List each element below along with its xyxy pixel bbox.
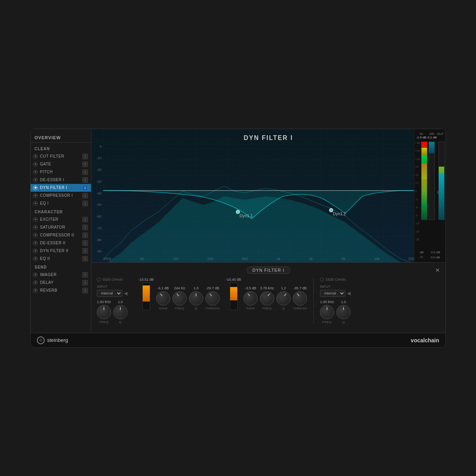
gr-label: GR [427,132,437,136]
input-select-right[interactable]: Internal [320,290,345,297]
sidebar-item-cut-filter[interactable]: CUT FILTERS [31,153,91,160]
freq-value-left: 1.00 kHz [97,300,111,304]
sidebar-item-imager[interactable]: IMAGERS [31,271,91,279]
solo-button[interactable]: S [82,177,88,183]
sidebar-item-de-esser-ii[interactable]: DE-ESSER IIS [31,239,91,247]
gain2-knob[interactable] [243,291,258,305]
item-dot [33,193,38,198]
q-knob-group-right: 1.0 Q [336,300,351,324]
gain-knob2-group: -3.5 dB GAIN [243,286,258,310]
fader2-fill [230,287,237,300]
fader2-track[interactable] [230,283,238,310]
thresh1-value: -29.7 dB [206,286,219,290]
freq-knob-left[interactable] [97,305,111,319]
gain2-value: -3.5 dB [245,286,256,290]
sidebar-item-gate[interactable]: GATES [31,160,91,168]
eq-curve-svg: Dyn1.1 Dyn1.2 [103,129,414,262]
gr-value: -0.1 dB [427,136,437,139]
freq-knob-right[interactable] [320,305,334,319]
plugin-window: OVERVIEW CLEANCUT FILTERSGATESPITCHSDE-E… [30,129,446,348]
solo-button[interactable]: S [82,162,88,167]
sidebar-item-label: PITCH [40,170,82,174]
sidebar-item-eq-i[interactable]: EQ IS [31,200,91,207]
solo-button[interactable]: S [82,233,88,238]
sidebar-item-pitch[interactable]: PITCHS [31,168,91,176]
sidebar-item-label: COMPRESSOR I [40,193,82,198]
solo-button[interactable]: S [82,272,88,278]
sidebar-item-compressor-ii[interactable]: COMPRESSOR IIS [31,231,91,239]
freq1-knob[interactable] [173,291,187,305]
sidebar-item-eq-ii[interactable]: EQ IIS [31,255,91,263]
gain1-knob[interactable] [156,291,170,305]
solo-button[interactable]: S [82,185,88,191]
sidebar-item-reverb[interactable]: REVERBS [31,287,91,294]
item-dot [33,185,38,190]
freq1-value: 244 Hz [174,286,185,290]
thresh1-label: THRESH [205,307,220,310]
db-scale-left: +18 +15 +12 +9 +6 +3 0 -3 -6 -9 -12 -15 [415,142,420,241]
q-knob-group-left: 1.0 Q [113,300,127,324]
sidebar-item-saturator[interactable]: SATURATORS [31,223,91,231]
db-labels-left: 0-10-20-30-40-50-60-70-80-90 [91,129,103,262]
steinberg-icon: ⊙ [37,336,45,344]
fader1-group: -15.51 dB [138,278,154,310]
solo-button[interactable]: S [82,240,88,246]
sidebar-item-exciter[interactable]: EXCITERS [31,216,91,223]
freq-knob2-group: 3.78 kHz FREQ [260,286,274,310]
eq-display: DYN FILTER I 0-10-20-30-40-50-60-70-80-9… [91,129,445,262]
sidebar-item-label: DYN FILTER II [40,249,82,253]
item-dot [33,178,38,182]
freq2-knob[interactable] [260,291,274,305]
sidebar-item-label: DE-ESSER I [40,178,82,182]
item-dot [33,273,38,277]
sidebar-item-label: GATE [40,162,82,166]
input-label-left: INPUT [97,285,132,289]
item-dot [33,241,38,245]
product-bold: vocal [411,337,425,343]
vu-meters: IN -1.9 dB GR -0.1 dB OUT [414,129,445,262]
q-label-right: Q [342,320,345,324]
db-label: 0 [91,145,103,149]
input-select-left[interactable]: Internal [97,290,122,297]
sidebar-item-dyn-filter-i[interactable]: DYN FILTER IS [31,184,91,192]
footer: ⊙ steinberg vocalchain [31,333,445,347]
solo-button[interactable]: S [82,248,88,254]
q-knob-right[interactable] [336,305,351,319]
db-label: -30 [91,180,103,183]
solo-button[interactable]: S [82,169,88,175]
thresh-knob2-group: -35.7 dB THRESH [293,286,307,310]
db-label: -80 [91,238,103,242]
solo-button[interactable]: S [82,280,88,285]
overview-label[interactable]: OVERVIEW [31,132,91,143]
sidebar-item-dyn-filter-ii[interactable]: DYN FILTER IIS [31,247,91,255]
sidebar-item-label: IMAGER [40,273,82,277]
solo-button[interactable]: S [82,288,88,293]
item-dot [33,280,38,285]
freq1-label: FREQ [175,307,184,310]
solo-button[interactable]: S [82,225,88,230]
fader1-track[interactable] [142,283,150,310]
fader1-fill [143,285,150,302]
thresh1-knob[interactable] [205,291,220,305]
solo-button[interactable]: S [82,256,88,262]
q2-knob[interactable] [276,291,291,305]
db-label: -10 [91,156,103,160]
out-db-label: dB [420,251,424,254]
company-name: steinberg [47,337,68,343]
freq-label-left: FREQ [99,320,109,324]
sidebar-item-de-esser-i[interactable]: DE-ESSER IS [31,176,91,184]
thresh2-knob[interactable] [293,291,307,305]
solo-button[interactable]: S [82,201,88,206]
sidebar-item-delay[interactable]: DELAYS [31,279,91,287]
sidebar-item-compressor-i[interactable]: COMPRESSOR IS [31,192,91,200]
solo-button[interactable]: S [82,217,88,222]
solo-button[interactable]: S [82,193,88,198]
bottom-panel-title: DYN FILTER I [247,267,290,274]
freq2-label: FREQ [262,307,272,310]
sidebar-item-label: DYN FILTER I [40,185,82,190]
close-button[interactable]: ✕ [435,267,440,273]
q-value-left: 1.0 [118,300,123,304]
solo-button[interactable]: S [82,154,88,159]
q1-knob[interactable] [189,291,203,305]
q-knob-left[interactable] [113,305,127,319]
